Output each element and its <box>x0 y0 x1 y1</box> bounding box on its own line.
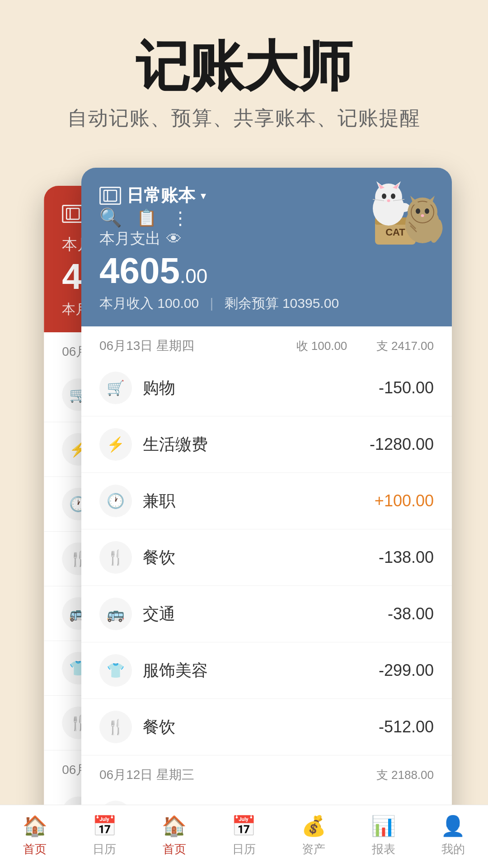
list-item[interactable]: 👕 服饰美容 -299.00 <box>81 642 452 699</box>
svg-point-37 <box>391 193 395 199</box>
front-income-row: 本月收入 100.00 | 剩余预算 10395.00 <box>99 294 434 313</box>
svg-point-38 <box>387 199 390 202</box>
front-book-name: 日常账本 <box>127 184 195 207</box>
front-card-body: 06月13日 星期四 收 100.00 支 2417.00 🛒 购物 -150.… <box>81 326 452 868</box>
utility-icon: ⚡ <box>99 428 132 461</box>
app-subtitle: 自动记账、预算、共享账本、记账提醒 <box>18 105 470 132</box>
item-name: 生活缴费 <box>143 434 359 456</box>
fashion-icon: 👕 <box>99 654 132 687</box>
svg-point-48 <box>425 208 429 214</box>
transport-icon: 🚌 <box>99 598 132 630</box>
home-front-icon: 🏠 <box>162 814 187 838</box>
item-amount: -512.00 <box>379 717 434 736</box>
item-amount: -299.00 <box>379 661 434 680</box>
svg-rect-25 <box>104 190 117 201</box>
assets-icon: 💰 <box>301 814 326 838</box>
nav-home-front-label: 首页 <box>163 841 186 857</box>
cards-wrapper: 日常账本 ▾ 🔍 📋 ⋮ 本月支出 👁 4605.00 <box>27 168 461 774</box>
shopping-icon: 🛒 <box>99 372 132 404</box>
calendar-icon: 📅 <box>92 814 117 838</box>
svg-point-49 <box>421 214 424 217</box>
bottom-nav: 🏠 首页 📅 日历 🏠 首页 📅 日历 💰 资产 📊 报表 👤 我的 <box>0 805 488 868</box>
item-amount: -150.00 <box>379 378 434 397</box>
screenshots-container: 日常账本 ▾ 🔍 📋 ⋮ 本月支出 👁 4605.00 <box>0 150 488 864</box>
front-date-2: 06月12日 星期三 <box>99 766 194 783</box>
nav-home-front[interactable]: 🏠 首页 <box>140 805 209 868</box>
app-header: 记账大师 自动记账、预算、共享账本、记账提醒 <box>0 0 488 150</box>
item-amount: +100.00 <box>375 491 434 510</box>
front-date-1-section: 06月13日 星期四 收 100.00 支 2417.00 <box>81 326 452 360</box>
list-item[interactable]: 🕐 兼职 +100.00 <box>81 473 452 529</box>
svg-rect-0 <box>66 208 79 219</box>
nav-calendar-label: 日历 <box>93 841 116 857</box>
parttime-icon: 🕐 <box>99 485 132 517</box>
list-item[interactable]: ⚡ 生活缴费 -1280.00 <box>81 416 452 473</box>
item-name: 餐饮 <box>143 716 368 738</box>
svg-text:CAT: CAT <box>385 226 405 238</box>
nav-report-label: 报表 <box>372 841 395 857</box>
report-icon: 📊 <box>371 814 396 838</box>
front-expense-amount: 4605.00 <box>99 253 207 289</box>
nav-assets-label: 资产 <box>302 841 325 857</box>
svg-point-36 <box>382 193 386 199</box>
item-name: 服饰美容 <box>143 660 368 682</box>
front-more-icon[interactable]: ⋮ <box>171 208 189 228</box>
item-amount: -1280.00 <box>370 435 434 454</box>
front-chevron-icon: ▾ <box>201 189 206 202</box>
nav-home-label: 首页 <box>23 841 47 857</box>
front-date-2-summary: 支 2188.00 <box>376 767 434 783</box>
front-book-icon <box>99 187 121 205</box>
svg-point-47 <box>416 208 420 214</box>
item-name: 餐饮 <box>143 547 368 569</box>
back-book-icon <box>62 205 84 223</box>
nav-calendar[interactable]: 📅 日历 <box>70 805 139 868</box>
svg-point-43 <box>408 198 437 226</box>
item-name: 交通 <box>143 603 377 625</box>
list-item[interactable]: 🚌 交通 -38.00 <box>81 586 452 642</box>
front-cat-decoration: CAT <box>339 168 447 258</box>
nav-mine-label: 我的 <box>441 841 465 857</box>
list-item[interactable]: 🍴 餐饮 -512.00 <box>81 699 452 755</box>
nav-report[interactable]: 📊 报表 <box>348 805 418 868</box>
nav-calendar-front[interactable]: 📅 日历 <box>209 805 279 868</box>
front-search-icon[interactable]: 🔍 <box>99 207 122 228</box>
item-name: 购物 <box>143 377 368 399</box>
list-item[interactable]: 🛒 购物 -150.00 <box>81 360 452 416</box>
food-icon: 🍴 <box>99 541 132 574</box>
home-icon: 🏠 <box>23 814 47 838</box>
calendar-front-icon: 📅 <box>231 814 256 838</box>
nav-calendar-front-label: 日历 <box>232 841 256 857</box>
front-card: 日常账本 ▾ 🔍 📋 ⋮ 本月支出 👁 4605.00 <box>81 168 452 868</box>
item-name: 兼职 <box>143 490 364 512</box>
nav-mine[interactable]: 👤 我的 <box>418 805 488 868</box>
front-date-1: 06月13日 星期四 <box>99 337 194 354</box>
item-amount: -38.00 <box>388 604 434 623</box>
nav-assets[interactable]: 💰 资产 <box>279 805 348 868</box>
item-amount: -138.00 <box>379 548 434 567</box>
mine-icon: 👤 <box>441 814 465 838</box>
app-title: 记账大师 <box>18 36 470 96</box>
front-date-1-summary: 收 100.00 支 2417.00 <box>296 338 434 354</box>
front-add-icon[interactable]: 📋 <box>136 208 157 227</box>
front-card-header: 日常账本 ▾ 🔍 📋 ⋮ 本月支出 👁 4605.00 <box>81 168 452 326</box>
front-date-2-section: 06月12日 星期三 支 2188.00 <box>81 755 452 789</box>
front-eye-icon[interactable]: 👁 <box>166 230 182 248</box>
nav-home[interactable]: 🏠 首页 <box>0 805 70 868</box>
food2-icon: 🍴 <box>99 711 132 743</box>
list-item[interactable]: 🍴 餐饮 -138.00 <box>81 529 452 586</box>
